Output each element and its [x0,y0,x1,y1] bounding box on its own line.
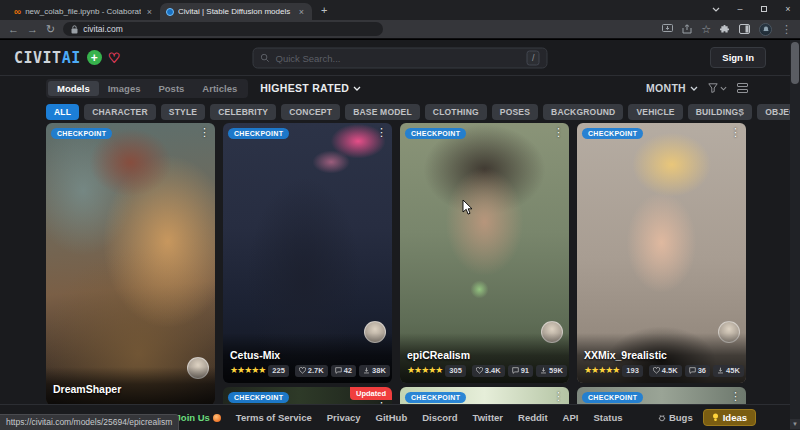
model-card-xxmix9realistic[interactable]: CHECKPOINT ⋮ XXMix_9realistic ★★★★★ 193 … [577,123,746,383]
close-tab-icon[interactable]: × [297,7,306,17]
model-card-partial[interactable]: CHECKPOINT ⋮ [577,387,746,405]
checkpoint-badge[interactable]: CHECKPOINT [51,128,112,139]
quick-search[interactable]: / [253,47,548,68]
scrollbar-down-arrow[interactable]: ▼ [790,419,800,429]
category-chip[interactable]: CELEBRITY [210,104,276,120]
footer-link-status[interactable]: Status [593,412,622,423]
category-chip[interactable]: BACKGROUND [543,104,623,120]
chevron-right-icon[interactable] [739,103,744,121]
lock-icon [71,25,78,34]
checkpoint-badge[interactable]: CHECKPOINT [228,128,289,139]
card-menu-icon[interactable]: ⋮ [553,391,564,402]
profile-avatar[interactable] [759,23,772,36]
heart-icon [653,367,660,374]
model-card-partial[interactable]: CHECKPOINT Updated ⋮ [223,387,392,405]
category-chip[interactable]: CHARACTER [84,104,156,120]
heart-icon[interactable]: ♡ [108,51,121,65]
tab-posts[interactable]: Posts [149,81,193,96]
scrollbar-thumb[interactable] [791,42,799,84]
install-icon[interactable] [662,24,673,34]
card-menu-icon[interactable]: ⋮ [553,127,564,138]
back-icon[interactable]: ← [8,24,19,35]
downloads-stat: 45K [713,365,744,378]
side-panel-icon[interactable] [739,24,750,34]
model-card-cetus-mix[interactable]: CHECKPOINT ⋮ Cetus-Mix ★★★★★ 225 2.7K 42… [223,123,392,383]
ideas-button[interactable]: Ideas [703,409,756,426]
search-icon [261,53,270,62]
civitai-page: CIVITAI + ♡ / Sign In Models Images Post… [0,39,800,430]
grid-column: CHECKPOINT ⋮ DreamShaper [46,123,215,405]
forward-icon[interactable]: → [27,24,38,35]
maximize-button[interactable] [752,0,776,18]
lightbulb-icon [712,413,719,422]
checkpoint-badge[interactable]: CHECKPOINT [582,392,643,403]
card-menu-icon[interactable]: ⋮ [730,127,741,138]
footer-link-api[interactable]: API [563,412,579,423]
address-bar[interactable]: civitai.com [63,22,383,36]
card-footer: DreamShaper [46,367,215,405]
civitai-logo[interactable]: CIVITAI + ♡ [14,49,120,67]
new-tab-button[interactable]: + [312,4,336,16]
card-menu-icon[interactable]: ⋮ [376,127,387,138]
layout-toggle-button[interactable] [737,83,748,93]
search-input[interactable] [276,52,521,63]
star-rating: ★★★★★ [584,366,619,375]
bugs-button[interactable]: Bugs [658,412,693,423]
card-menu-icon[interactable]: ⋮ [730,391,741,402]
comments-stat: 91 [508,365,533,378]
category-chip[interactable]: POSES [492,104,538,120]
browser-menu-icon[interactable]: ⋮ [781,24,792,35]
footer-link-discord[interactable]: Discord [422,412,457,423]
footer-link-twitter[interactable]: Twitter [473,412,503,423]
period-dropdown[interactable]: MONTH [646,82,698,94]
sign-in-button[interactable]: Sign In [710,47,766,68]
model-card-dreamshaper[interactable]: CHECKPOINT ⋮ DreamShaper [46,123,215,405]
reload-icon[interactable]: ↻ [46,24,55,35]
card-footer: XXMix_9realistic ★★★★★ 193 4.5K 36 45K [577,333,746,384]
search-shortcut-key: / [527,50,540,65]
tab-colab[interactable]: ∞ new_colab_file.ipynb - Colaborat × [8,3,160,20]
close-window-button[interactable]: × [776,0,800,18]
filter-button[interactable] [708,83,727,93]
category-chip[interactable]: BASE MODEL [345,104,420,120]
footer-link-terms[interactable]: Terms of Service [236,412,312,423]
tab-search-chevron-icon[interactable] [704,0,728,18]
category-chip[interactable]: STYLE [161,104,205,120]
checkpoint-badge[interactable]: CHECKPOINT [405,392,466,403]
model-title: XXMix_9realistic [584,349,739,361]
bookmark-star-icon[interactable]: ☆ [701,24,711,35]
category-chip-all[interactable]: ALL [46,104,79,120]
category-chip[interactable]: CONCEPT [281,104,340,120]
extensions-icon[interactable] [720,24,730,34]
comment-icon [689,367,696,374]
handshake-icon [213,414,221,422]
footer-link-privacy[interactable]: Privacy [327,412,361,423]
footer-link-reddit[interactable]: Reddit [518,412,548,423]
footer-link-github[interactable]: GitHub [376,412,408,423]
card-menu-icon[interactable]: ⋮ [199,127,210,138]
url-text: civitai.com [83,24,123,34]
sort-dropdown[interactable]: HIGHEST RATED [260,82,361,94]
category-filter-bar: ALL CHARACTER STYLE CELEBRITY CONCEPT BA… [0,100,800,123]
tab-articles[interactable]: Articles [193,81,246,96]
category-chip[interactable]: VEHICLE [628,104,682,120]
page-scrollbar[interactable]: ▼ [790,40,800,430]
minimize-button[interactable]: – [728,0,752,18]
footer-link-join-us[interactable]: Join Us [176,412,221,423]
category-chip[interactable]: CLOTHING [425,104,487,120]
rating-count: 193 [622,365,643,378]
model-card-partial[interactable]: CHECKPOINT ⋮ [400,387,569,405]
checkpoint-badge[interactable]: CHECKPOINT [582,128,643,139]
heart-icon [476,367,483,374]
share-icon[interactable] [682,24,692,34]
tab-images[interactable]: Images [99,81,150,96]
checkpoint-badge[interactable]: CHECKPOINT [405,128,466,139]
create-plus-button[interactable]: + [87,50,102,65]
checkpoint-badge[interactable]: CHECKPOINT [228,392,289,403]
comment-icon [512,367,519,374]
tab-models[interactable]: Models [48,81,99,96]
tab-civitai[interactable]: Civitai | Stable Diffusion models × [160,3,312,20]
grid-column: CHECKPOINT ⋮ epiCRealism ★★★★★ 305 3.4K … [400,123,569,405]
model-card-epicrealism[interactable]: CHECKPOINT ⋮ epiCRealism ★★★★★ 305 3.4K … [400,123,569,383]
close-tab-icon[interactable]: × [145,7,154,17]
